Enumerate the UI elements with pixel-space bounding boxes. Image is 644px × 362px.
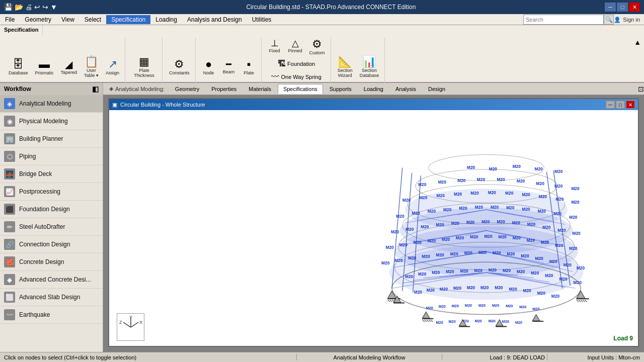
sidebar-item-building-planner[interactable]: 🏢 Building Planner bbox=[0, 130, 103, 148]
sidebar-item-piping[interactable]: ⬡ Piping bbox=[0, 148, 103, 165]
ribbon-btn-one-way-spring[interactable]: 〰 One Way Spring bbox=[269, 71, 324, 83]
ribbon-btn-database[interactable]: 🗄 Database bbox=[6, 57, 31, 77]
workflow-status: Analytical Modeling Workflow bbox=[299, 354, 440, 360]
am-tab-specifications[interactable]: Specifications bbox=[278, 84, 323, 94]
ribbon-btn-tapered[interactable]: ◢ Tapered bbox=[58, 58, 80, 76]
sidebar-item-advanced-concrete[interactable]: ◆ Advanced Concrete Desi... bbox=[0, 271, 103, 289]
search-input[interactable] bbox=[523, 15, 604, 25]
am-tab-supports[interactable]: Supports bbox=[324, 84, 357, 94]
svg-text:M20: M20 bbox=[450, 251, 459, 256]
svg-text:M20: M20 bbox=[464, 250, 473, 255]
ribbon-btn-user-table[interactable]: 📋 UserTable ▾ bbox=[82, 55, 101, 79]
minimize-button[interactable]: ─ bbox=[605, 3, 616, 12]
svg-text:M20: M20 bbox=[519, 305, 526, 309]
maximize-button[interactable]: □ bbox=[617, 3, 628, 12]
ribbon-btn-pinned[interactable]: △ Pinned bbox=[286, 37, 305, 57]
am-tab-geometry[interactable]: Geometry bbox=[170, 84, 205, 94]
svg-text:M20: M20 bbox=[414, 240, 422, 245]
svg-text:M20: M20 bbox=[512, 220, 521, 225]
menu-select[interactable]: Select bbox=[79, 15, 106, 24]
sidebar-item-earthquake[interactable]: 〰 Earthquake bbox=[0, 306, 103, 324]
ribbon-btn-plate-thickness[interactable]: ▦ PlateThickness bbox=[131, 55, 157, 79]
svg-text:M20: M20 bbox=[506, 304, 513, 308]
svg-text:M20: M20 bbox=[574, 280, 582, 285]
svg-text:M20: M20 bbox=[513, 164, 521, 169]
svg-line-199 bbox=[131, 322, 138, 327]
menu-file[interactable]: File bbox=[0, 15, 20, 24]
assign-icon: ↗ bbox=[108, 59, 117, 70]
svg-line-185 bbox=[579, 300, 581, 302]
svg-text:M20: M20 bbox=[484, 234, 493, 239]
ribbon-tab-specification[interactable]: Specification bbox=[0, 25, 43, 35]
sidebar-item-steel-autodrafter[interactable]: ✏ Steel AutoDrafter bbox=[0, 218, 103, 236]
svg-line-200 bbox=[123, 322, 131, 327]
viewport-maximize[interactable]: □ bbox=[616, 101, 625, 109]
viewport-minimize[interactable]: ─ bbox=[606, 101, 615, 109]
svg-text:M20: M20 bbox=[474, 268, 483, 273]
ribbon-btn-custom[interactable]: ⚙ Custom bbox=[307, 37, 328, 57]
sidebar-item-advanced-slab[interactable]: ⬜ Advanced Slab Design bbox=[0, 289, 103, 306]
svg-text:M20: M20 bbox=[506, 205, 515, 210]
sidebar: Workflow ◧ ◈ Analytical Modeling ◉ Physi… bbox=[0, 83, 103, 352]
menu-utilities[interactable]: Utilities bbox=[247, 15, 277, 24]
ribbon-btn-section-database[interactable]: 📊 SectionDatabase bbox=[357, 55, 382, 79]
physical-modeling-icon: ◉ bbox=[4, 116, 15, 127]
svg-line-184 bbox=[577, 300, 579, 302]
sidebar-item-physical-modeling[interactable]: ◉ Physical Modeling bbox=[0, 113, 103, 130]
sidebar-label-concrete-design: Concrete Design bbox=[19, 258, 64, 265]
am-tab-loading[interactable]: Loading bbox=[358, 84, 389, 94]
content-expand-button[interactable]: ⊡ bbox=[638, 85, 644, 93]
ribbon-collapse-button[interactable]: ▲ bbox=[634, 38, 641, 46]
sidebar-item-bridge-deck[interactable]: 🌉 Bridge Deck bbox=[0, 165, 103, 183]
am-tab-design[interactable]: Design bbox=[423, 84, 451, 94]
svg-text:M20: M20 bbox=[564, 262, 572, 267]
menu-specification[interactable]: Specification bbox=[106, 15, 150, 24]
am-tab-properties[interactable]: Properties bbox=[206, 84, 242, 94]
svg-text:M20: M20 bbox=[477, 177, 486, 182]
svg-text:M20: M20 bbox=[517, 269, 525, 274]
ribbon-btn-fixed[interactable]: ⊥ Fixed bbox=[266, 37, 284, 57]
svg-text:M20: M20 bbox=[414, 290, 423, 295]
close-button[interactable]: ✕ bbox=[629, 3, 640, 12]
viewport-close[interactable]: ✕ bbox=[626, 101, 635, 109]
sidebar-item-analytical-modeling[interactable]: ◈ Analytical Modeling bbox=[0, 95, 103, 113]
ribbon-btn-constants[interactable]: ⚙ Constants bbox=[167, 57, 192, 77]
svg-text:M20: M20 bbox=[557, 228, 566, 233]
status-divider-1 bbox=[296, 354, 297, 360]
window-controls: ─ □ ✕ bbox=[605, 3, 640, 12]
sidebar-item-foundation-design[interactable]: ⬛ Foundation Design bbox=[0, 201, 103, 218]
ribbon-btn-prismatic[interactable]: ▬ Prismatic bbox=[33, 57, 56, 77]
menu-loading[interactable]: Loading bbox=[150, 15, 182, 24]
svg-text:M20: M20 bbox=[460, 268, 468, 274]
load-label: Load 9 bbox=[613, 335, 633, 342]
sidebar-collapse-button[interactable]: ◧ bbox=[92, 85, 99, 93]
am-title: ◈ Analytical Modeling: bbox=[105, 85, 169, 92]
ribbon-btn-assign[interactable]: ↗ Assign bbox=[103, 57, 122, 77]
sidebar-item-postprocessing[interactable]: 📈 Postprocessing bbox=[0, 183, 103, 201]
sign-in-button[interactable]: 👤 Sign in bbox=[614, 14, 640, 25]
menu-view[interactable]: View bbox=[56, 15, 79, 24]
ribbon-btn-beam[interactable]: ━ Beam bbox=[220, 58, 238, 76]
menu-analysis-design[interactable]: Analysis and Design bbox=[182, 15, 247, 24]
svg-text:M20: M20 bbox=[436, 252, 445, 257]
sidebar-item-concrete-design[interactable]: 🧱 Concrete Design bbox=[0, 253, 103, 271]
menu-geometry[interactable]: Geometry bbox=[20, 15, 56, 24]
am-icon: ◈ bbox=[109, 85, 113, 92]
svg-text:M20: M20 bbox=[497, 219, 505, 224]
ribbon-btn-node[interactable]: ● Node bbox=[200, 57, 218, 77]
ribbon-btn-plate[interactable]: ▪ Plate bbox=[240, 57, 258, 77]
ribbon-btn-foundation[interactable]: 🏗 Foundation bbox=[275, 58, 317, 70]
sidebar-item-connection-design[interactable]: 🔗 Connection Design bbox=[0, 236, 103, 253]
am-tab-materials[interactable]: Materials bbox=[243, 84, 277, 94]
steel-autodrafter-icon: ✏ bbox=[4, 221, 15, 232]
am-tab-analysis[interactable]: Analysis bbox=[390, 84, 422, 94]
x-axis-label: X bbox=[139, 320, 142, 325]
ribbon-btn-section-wizard[interactable]: 📐 SectionWizard bbox=[335, 55, 355, 79]
svg-text:M20: M20 bbox=[521, 253, 529, 258]
svg-text:M20: M20 bbox=[391, 229, 399, 234]
prismatic-icon: ▬ bbox=[39, 59, 50, 70]
viewport-canvas: M20 M20 M20 M20 M20 M20 M20 M20 M20 M20 … bbox=[109, 110, 638, 346]
beam-icon: ━ bbox=[226, 60, 231, 69]
search-button[interactable]: 🔍 bbox=[604, 15, 614, 25]
svg-text:M20: M20 bbox=[502, 319, 509, 324]
